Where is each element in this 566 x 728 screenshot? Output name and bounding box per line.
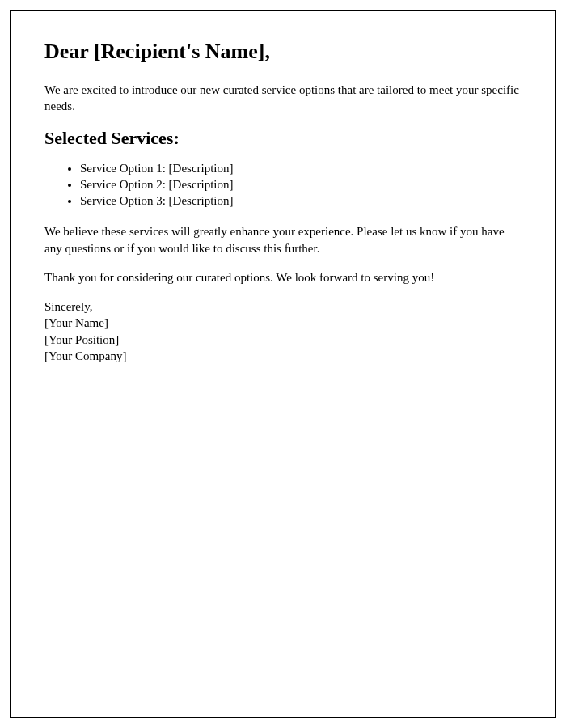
greeting: Dear [Recipient's Name],	[44, 40, 522, 64]
signature-signoff: Sincerely,	[44, 298, 522, 315]
services-list: Service Option 1: [Description] Service …	[44, 160, 522, 210]
letter-container: Dear [Recipient's Name], We are excited …	[10, 10, 556, 718]
body-paragraph: We believe these services will greatly e…	[44, 223, 522, 256]
intro-paragraph: We are excited to introduce our new cura…	[44, 82, 522, 115]
signature-block: Sincerely, [Your Name] [Your Position] […	[44, 298, 522, 364]
list-item: Service Option 2: [Description]	[80, 176, 522, 193]
signature-position: [Your Position]	[44, 332, 522, 348]
signature-company: [Your Company]	[44, 348, 522, 364]
list-item: Service Option 1: [Description]	[80, 160, 522, 176]
list-item: Service Option 3: [Description]	[80, 193, 522, 209]
signature-name: [Your Name]	[44, 315, 522, 331]
closing-paragraph: Thank you for considering our curated op…	[44, 269, 522, 286]
services-heading: Selected Services:	[44, 128, 522, 149]
